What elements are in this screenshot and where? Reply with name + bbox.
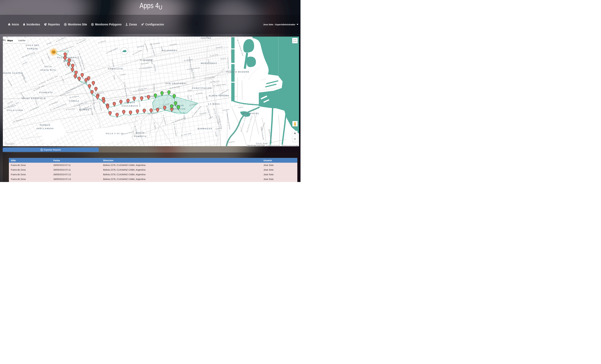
svg-text:PARQUE: PARQUE	[40, 124, 50, 126]
svg-text:VARELA: VARELA	[69, 100, 80, 102]
svg-text:POMPEYA: POMPEYA	[134, 135, 147, 137]
svg-text:VILLA DEL: VILLA DEL	[26, 44, 40, 46]
svg-text:PUERTO MADERO: PUERTO MADERO	[226, 71, 249, 73]
svg-text:x: x	[41, 149, 42, 151]
svg-text:VILLA 1-11-14: VILLA 1-11-14	[106, 132, 124, 135]
svg-text:BARRACAS: BARRACAS	[198, 128, 212, 130]
svg-text:VILLA LURO: VILLA LURO	[7, 109, 23, 111]
svg-text:LA BOCA: LA BOCA	[208, 103, 220, 105]
svg-text:SAN CRISTÓBAL: SAN CRISTÓBAL	[165, 82, 187, 85]
svg-text:14: 14	[52, 51, 55, 53]
svg-text:SANTA RITA: SANTA RITA	[40, 69, 56, 71]
svg-text:VILLA GENERAL: VILLA GENERAL	[57, 56, 78, 59]
svg-text:ISLA MACIEL: ISLA MACIEL	[242, 112, 259, 115]
svg-text:CABALLITO: CABALLITO	[108, 68, 123, 70]
svg-text:CHACABUCO: CHACABUCO	[122, 105, 138, 107]
svg-text:Paseo del Bajo: Paseo del Bajo	[230, 49, 233, 60]
svg-text:FLORESTA: FLORESTA	[39, 91, 53, 94]
svg-text:AVELLANEDA: AVELLANEDA	[36, 127, 54, 130]
svg-text:CONSTITUCIÓN: CONSTITUCIÓN	[192, 87, 212, 89]
svg-text:BALVANERA: BALVANERA	[161, 49, 177, 52]
svg-text:MONTE CASTRO: MONTE CASTRO	[3, 72, 23, 74]
svg-text:PARQUE: PARQUE	[27, 48, 38, 50]
svg-text:VILLA: VILLA	[44, 65, 52, 68]
